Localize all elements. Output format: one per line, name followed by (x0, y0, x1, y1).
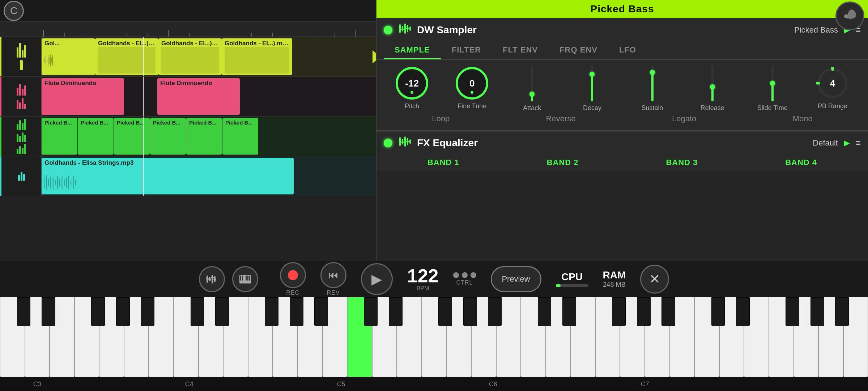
sampler-eq-icon (398, 22, 411, 38)
svg-rect-42 (208, 279, 211, 280)
clip[interactable]: Goldhands - Elisa Strings.mp3 (42, 158, 294, 194)
track-arrow-handle[interactable] (373, 50, 376, 63)
black-key[interactable] (91, 297, 105, 326)
black-key[interactable] (637, 297, 651, 326)
ram-display: RAM 248 MB (603, 269, 626, 289)
rev-button[interactable]: ⏮ REV (320, 262, 346, 296)
black-key[interactable] (438, 297, 452, 326)
waveform (44, 167, 291, 193)
track-content-1[interactable]: Gol... (42, 37, 376, 76)
eq-name: FX Equalizer (417, 137, 807, 149)
rec-circle[interactable] (280, 262, 306, 288)
black-key[interactable] (314, 297, 328, 326)
sampler-section: DW Sampler Picked Bass ▶ ≡ SAMPLE FILTER… (376, 18, 868, 131)
ruler-mark (168, 30, 189, 37)
preview-button[interactable]: Preview (491, 266, 541, 292)
black-key[interactable] (562, 297, 576, 326)
eq-menu-icon[interactable]: ≡ (856, 138, 861, 148)
pitch-knob-dial[interactable]: -12 (396, 67, 428, 100)
sampler-power-led[interactable] (384, 26, 392, 34)
toggle-reverse[interactable]: Reverse (546, 114, 576, 123)
ruler-mark (210, 33, 231, 37)
black-key[interactable] (290, 297, 303, 326)
bpm-value[interactable]: 122 (407, 266, 439, 285)
black-key[interactable] (191, 297, 204, 326)
attack-slider-thumb[interactable] (529, 92, 535, 97)
black-key[interactable] (116, 297, 130, 326)
toggle-mono[interactable]: Mono (793, 114, 813, 123)
slide-time-thumb[interactable] (770, 81, 775, 86)
black-key[interactable] (17, 297, 31, 326)
clip[interactable]: Picked B... (150, 118, 186, 155)
play-button[interactable]: ▶ (361, 263, 393, 295)
tab-flt-env[interactable]: FLT ENV (492, 42, 549, 59)
fine-tune-knob-dial[interactable]: 0 (456, 67, 488, 100)
ctrl-button[interactable]: CTRL (453, 272, 476, 286)
clip[interactable]: Picked B... (222, 118, 258, 155)
tab-sample[interactable]: SAMPLE (384, 42, 441, 59)
black-key[interactable] (835, 297, 849, 326)
app-logo[interactable]: C (4, 1, 24, 21)
pitch-knob[interactable]: -12 (396, 67, 428, 100)
clip[interactable]: Flute Diminuendo (42, 78, 124, 115)
piano-button[interactable] (232, 266, 258, 292)
pb-range-knob[interactable]: 4 (816, 67, 849, 100)
toggle-legato[interactable]: Legato (672, 114, 696, 123)
rev-circle[interactable]: ⏮ (320, 262, 346, 288)
piano-labels: C3 C4 C5 C6 C7 (0, 377, 868, 391)
tab-filter[interactable]: FILTER (441, 42, 492, 59)
clip[interactable]: Goldhands - El...).mp3 (222, 38, 292, 75)
svg-rect-12 (66, 177, 67, 188)
black-key[interactable] (661, 297, 675, 326)
sampler-name: DW Sampler (417, 24, 788, 36)
tab-frq-env[interactable]: FRQ ENV (549, 42, 608, 59)
note-label-c6: C6 (489, 381, 497, 388)
mixer-button[interactable] (199, 266, 225, 292)
black-key[interactable] (810, 297, 824, 326)
close-button[interactable]: ✕ (640, 265, 669, 294)
clip[interactable]: Flute Diminuendo (157, 78, 240, 115)
clip[interactable]: Picked B... (42, 118, 77, 155)
black-key[interactable] (711, 297, 725, 326)
clip[interactable]: Picked B... (78, 118, 114, 155)
black-key[interactable] (612, 297, 626, 326)
rec-button[interactable]: REC (280, 262, 306, 296)
ruler-mark (231, 30, 252, 37)
play-circle[interactable]: ▶ (361, 263, 393, 295)
track-row: Goldhands - Elisa Strings.mp3 (0, 156, 376, 196)
decay-slider-thumb[interactable] (590, 72, 595, 77)
release-slider-thumb[interactable] (710, 84, 715, 89)
track-content-3[interactable]: Picked B... Picked B... Picked B... Pick… (42, 117, 376, 156)
sustain-slider-thumb[interactable] (650, 70, 655, 75)
black-key[interactable] (389, 297, 403, 326)
black-key[interactable] (463, 297, 477, 326)
toggle-loop[interactable]: Loop (432, 114, 450, 123)
release-control: Release (694, 65, 731, 112)
black-key[interactable] (42, 297, 55, 326)
eq-icon (398, 135, 411, 151)
track-content-2[interactable]: Flute Diminuendo Flute Diminuendo (42, 77, 376, 116)
black-key[interactable] (364, 297, 378, 326)
black-key[interactable] (141, 297, 154, 326)
svg-rect-34 (401, 142, 404, 143)
black-key[interactable] (538, 297, 552, 326)
black-key[interactable] (488, 297, 502, 326)
clip[interactable]: Gol... (42, 38, 95, 75)
track-content-4[interactable]: Goldhands - Elisa Strings.mp3 (42, 156, 376, 196)
tab-lfo[interactable]: LFO (608, 42, 647, 59)
black-key[interactable] (736, 297, 750, 326)
clip[interactable]: Picked B... (186, 118, 222, 155)
clip[interactable]: Picked B... (114, 118, 150, 155)
svg-rect-0 (44, 177, 45, 188)
black-key[interactable] (215, 297, 229, 326)
pitch-value: -12 (405, 78, 419, 89)
eq-preset-arrow[interactable]: ▶ (844, 138, 850, 148)
clip[interactable]: Goldhands - El...).mp3 (158, 38, 222, 75)
black-key[interactable] (786, 297, 799, 326)
black-key[interactable] (265, 297, 278, 326)
fine-tune-knob[interactable]: 0 (456, 67, 488, 100)
clip[interactable]: Goldhands - El...).mp3 (95, 38, 158, 75)
tracks-container: Gol... (0, 37, 376, 261)
eq-power-led[interactable] (384, 139, 392, 147)
sampler-top-bar: DW Sampler Picked Bass ▶ ≡ (376, 18, 868, 42)
